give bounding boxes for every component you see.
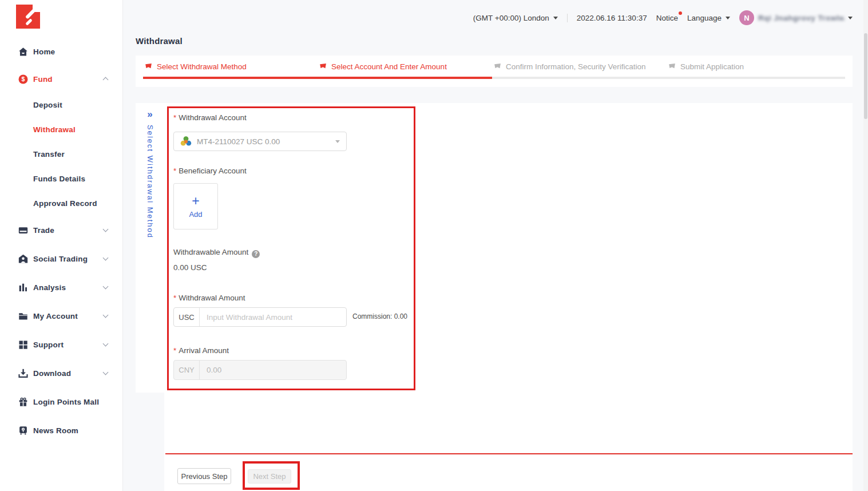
home-icon xyxy=(18,47,28,57)
flag-icon xyxy=(668,63,676,70)
arrival-amount-label: *Arrival Amount xyxy=(173,346,229,355)
step-label: Select Withdrawal Method xyxy=(157,62,247,71)
sidebar-item-trade[interactable]: Trade xyxy=(0,216,122,244)
withdrawable-amount-value: 0.00 USC xyxy=(173,263,207,272)
sidebar-item-label: Deposit xyxy=(33,101,62,109)
download-icon xyxy=(18,369,28,378)
chevron-down-icon xyxy=(103,370,109,375)
brand-logo[interactable] xyxy=(16,5,40,29)
user-menu[interactable]: N Rqi Jnahgrovy Trxwlwy xyxy=(739,10,853,25)
sidebar-item-label: Support xyxy=(33,340,64,349)
step-label: Submit Application xyxy=(680,62,744,71)
withdrawal-amount-field: USC xyxy=(173,307,347,327)
withdrawal-account-value: MT4-2110027 USC 0.00 xyxy=(197,137,280,146)
commission-label: Commission: 0.00 xyxy=(352,312,407,320)
sidebar-item-label: Funds Details xyxy=(33,175,85,183)
collapse-panel-label: Select Withdrawal Method xyxy=(146,125,154,239)
page-scrollbar[interactable] xyxy=(863,0,868,491)
notice-badge xyxy=(679,11,682,15)
language-selector[interactable]: Language xyxy=(687,14,730,22)
currency-prefix: CNY xyxy=(174,361,200,379)
collapse-panel[interactable]: » Select Withdrawal Method xyxy=(136,103,164,393)
timezone-selector[interactable]: (GMT +00:00) London xyxy=(473,14,558,22)
withdrawal-amount-input[interactable] xyxy=(200,308,346,326)
step-progress-bar: Select Withdrawal Method Select Account … xyxy=(136,56,853,87)
sidebar-item-label: Login Points Mall xyxy=(33,398,99,406)
sidebar-item-login-points-mall[interactable]: Login Points Mall xyxy=(0,387,122,416)
notice-link[interactable]: Notice xyxy=(656,14,678,22)
flag-icon xyxy=(145,63,152,70)
flag-icon xyxy=(494,63,501,70)
chevron-down-icon xyxy=(103,255,109,261)
sidebar-item-approval-record[interactable]: Approval Record xyxy=(0,191,122,216)
sidebar-item-download[interactable]: Download xyxy=(0,359,122,387)
withdrawal-account-select[interactable]: MT4-2110027 USC 0.00 xyxy=(173,132,347,151)
sidebar-item-transfer[interactable]: Transfer xyxy=(0,142,122,167)
sidebar-item-label: Fund xyxy=(33,75,53,84)
page-title: Withdrawal xyxy=(136,36,183,46)
avatar: N xyxy=(739,10,754,25)
sidebar-item-label: Approval Record xyxy=(33,199,97,208)
plus-icon: + xyxy=(192,195,199,208)
sidebar-item-label: Social Trading xyxy=(33,255,88,263)
double-chevron-icon[interactable]: » xyxy=(136,109,164,120)
logo-slash-icon xyxy=(25,18,33,26)
chevron-up-icon xyxy=(103,77,109,83)
step-select-withdrawal-method[interactable]: Select Withdrawal Method xyxy=(145,62,319,71)
sidebar-item-funds-details[interactable]: Funds Details xyxy=(0,167,122,191)
withdrawal-account-label: *Withdrawal Account xyxy=(173,113,247,122)
add-beneficiary-button[interactable]: + Add xyxy=(173,183,218,229)
withdrawable-amount-label: Withdrawable Amount? xyxy=(173,248,260,258)
sidebar-item-my-account[interactable]: My Account xyxy=(0,302,122,330)
required-marker: * xyxy=(173,294,176,302)
grid-icon xyxy=(18,340,28,350)
caret-down-icon xyxy=(848,17,853,19)
news-room-icon xyxy=(18,426,28,435)
sidebar-item-news-room[interactable]: News Room xyxy=(0,416,122,445)
footer-divider xyxy=(165,453,853,454)
step-track-progress xyxy=(143,77,492,79)
sidebar-item-deposit[interactable]: Deposit xyxy=(0,93,122,117)
sidebar-nav: Home $ Fund Deposit Withdrawal Transfer … xyxy=(0,38,122,445)
withdrawal-form-card: *Withdrawal Account MT4-2110027 USC 0.00… xyxy=(164,103,853,491)
divider xyxy=(567,14,568,22)
flag-icon xyxy=(319,63,327,70)
chevron-down-icon xyxy=(103,284,109,290)
help-icon[interactable]: ? xyxy=(252,250,260,258)
beneficiary-account-label: *Beneficiary Account xyxy=(173,167,247,175)
sidebar-item-home[interactable]: Home xyxy=(0,38,122,65)
caret-down-icon xyxy=(335,140,340,143)
svg-text:$: $ xyxy=(22,76,25,82)
withdrawal-amount-label: *Withdrawal Amount xyxy=(173,294,245,302)
sidebar-item-withdrawal[interactable]: Withdrawal xyxy=(0,117,122,142)
required-marker: * xyxy=(173,346,176,355)
dollar-circle-icon: $ xyxy=(18,74,28,84)
step-confirm-information: Confirm Information, Security Verificati… xyxy=(494,62,668,71)
social-trading-icon xyxy=(18,254,28,264)
arrival-amount-field: CNY xyxy=(173,360,347,380)
next-step-button[interactable]: Next Step xyxy=(248,469,291,484)
bar-chart-icon xyxy=(18,283,28,292)
scrollbar-thumb[interactable] xyxy=(864,33,867,119)
required-marker: * xyxy=(173,167,176,175)
sidebar-item-social-trading[interactable]: Social Trading xyxy=(0,244,122,273)
username-blurred: Rqi Jnahgrovy Trxwlwy xyxy=(758,14,844,22)
step-select-account[interactable]: Select Account And Enter Amount xyxy=(319,62,494,71)
logo-slash-icon xyxy=(25,8,36,19)
step-label: Confirm Information, Security Verificati… xyxy=(506,62,646,71)
notice-label: Notice xyxy=(656,14,678,22)
previous-step-button[interactable]: Previous Step xyxy=(177,468,231,484)
mt4-logo-icon xyxy=(180,136,192,147)
sidebar-item-analysis[interactable]: Analysis xyxy=(0,273,122,302)
timezone-label: (GMT +00:00) London xyxy=(473,14,549,22)
sidebar: Home $ Fund Deposit Withdrawal Transfer … xyxy=(0,0,123,491)
arrival-amount-input xyxy=(200,361,346,379)
withdrawal-page: Home $ Fund Deposit Withdrawal Transfer … xyxy=(0,0,868,491)
chevron-down-icon xyxy=(103,341,109,347)
sidebar-item-label: Withdrawal xyxy=(33,125,76,134)
chevron-down-icon xyxy=(103,312,109,318)
sidebar-item-label: Trade xyxy=(33,226,54,235)
sidebar-item-label: Download xyxy=(33,369,71,378)
sidebar-item-fund[interactable]: $ Fund xyxy=(0,65,122,93)
sidebar-item-support[interactable]: Support xyxy=(0,330,122,359)
